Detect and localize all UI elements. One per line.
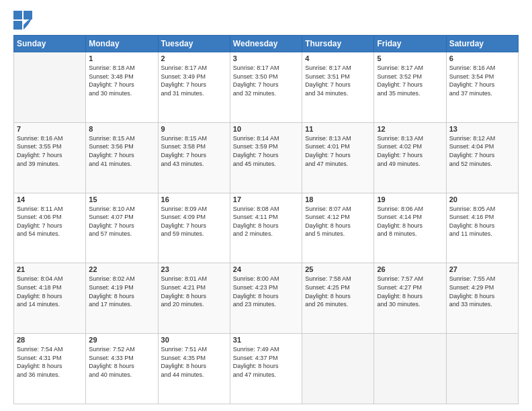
day-info: Sunrise: 8:17 AM Sunset: 3:49 PM Dayligh… [161,64,227,97]
day-number: 19 [377,195,443,203]
calendar-cell: 20Sunrise: 8:05 AM Sunset: 4:16 PM Dayli… [446,193,518,263]
day-info: Sunrise: 8:12 AM Sunset: 4:04 PM Dayligh… [449,134,515,168]
day-number: 15 [89,195,154,203]
day-number: 6 [449,54,515,62]
day-info: Sunrise: 8:06 AM Sunset: 4:14 PM Dayligh… [377,205,443,238]
day-info: Sunrise: 8:09 AM Sunset: 4:09 PM Dayligh… [161,205,227,238]
day-info: Sunrise: 7:54 AM Sunset: 4:31 PM Dayligh… [17,345,83,379]
weekday-header-thursday: Thursday [302,36,374,52]
day-info: Sunrise: 8:16 AM Sunset: 3:54 PM Dayligh… [449,64,515,97]
week-row-3: 14Sunrise: 8:11 AM Sunset: 4:06 PM Dayli… [14,193,519,263]
calendar-cell: 19Sunrise: 8:06 AM Sunset: 4:14 PM Dayli… [374,193,446,263]
day-info: Sunrise: 8:17 AM Sunset: 3:52 PM Dayligh… [377,64,443,97]
calendar-cell: 15Sunrise: 8:10 AM Sunset: 4:07 PM Dayli… [86,193,158,263]
day-number: 18 [305,195,371,203]
week-row-1: 1Sunrise: 8:18 AM Sunset: 3:48 PM Daylig… [14,52,519,123]
calendar-cell: 25Sunrise: 7:58 AM Sunset: 4:25 PM Dayli… [302,263,374,334]
day-info: Sunrise: 8:18 AM Sunset: 3:48 PM Dayligh… [89,64,154,97]
day-number: 20 [449,195,515,203]
week-row-5: 28Sunrise: 7:54 AM Sunset: 4:31 PM Dayli… [14,334,519,404]
day-info: Sunrise: 8:13 AM Sunset: 4:01 PM Dayligh… [305,134,371,168]
day-number: 28 [17,336,83,344]
day-info: Sunrise: 8:15 AM Sunset: 3:58 PM Dayligh… [161,134,227,168]
day-number: 7 [17,125,83,133]
calendar-cell: 14Sunrise: 8:11 AM Sunset: 4:06 PM Dayli… [14,193,86,263]
day-info: Sunrise: 8:13 AM Sunset: 4:02 PM Dayligh… [377,134,443,168]
day-info: Sunrise: 8:08 AM Sunset: 4:11 PM Dayligh… [233,205,299,238]
day-number: 5 [377,54,443,62]
day-info: Sunrise: 8:01 AM Sunset: 4:21 PM Dayligh… [161,275,227,308]
calendar-cell: 13Sunrise: 8:12 AM Sunset: 4:04 PM Dayli… [446,122,518,193]
day-number: 22 [89,265,154,273]
day-number: 9 [161,125,227,133]
calendar-cell [302,334,374,404]
weekday-header-monday: Monday [86,36,158,52]
calendar-cell [14,52,86,123]
calendar-cell: 11Sunrise: 8:13 AM Sunset: 4:01 PM Dayli… [302,122,374,193]
calendar-cell: 1Sunrise: 8:18 AM Sunset: 3:48 PM Daylig… [86,52,158,123]
day-number: 31 [233,336,299,344]
calendar-cell: 2Sunrise: 8:17 AM Sunset: 3:49 PM Daylig… [158,52,230,123]
day-number: 2 [161,54,227,62]
day-number: 3 [233,54,299,62]
day-number: 13 [449,125,515,133]
weekday-header-tuesday: Tuesday [158,36,230,52]
calendar-cell: 10Sunrise: 8:14 AM Sunset: 3:59 PM Dayli… [230,122,302,193]
day-info: Sunrise: 8:04 AM Sunset: 4:18 PM Dayligh… [17,275,83,308]
calendar-cell: 18Sunrise: 8:07 AM Sunset: 4:12 PM Dayli… [302,193,374,263]
calendar-cell: 16Sunrise: 8:09 AM Sunset: 4:09 PM Dayli… [158,193,230,263]
day-info: Sunrise: 8:11 AM Sunset: 4:06 PM Dayligh… [17,205,83,238]
logo-icon [13,11,32,30]
day-info: Sunrise: 7:51 AM Sunset: 4:35 PM Dayligh… [161,345,227,379]
day-number: 21 [17,265,83,273]
day-info: Sunrise: 8:15 AM Sunset: 3:56 PM Dayligh… [89,134,154,168]
day-number: 24 [233,265,299,273]
calendar-cell [446,334,518,404]
weekday-header-row: SundayMondayTuesdayWednesdayThursdayFrid… [14,36,519,52]
page: SundayMondayTuesdayWednesdayThursdayFrid… [0,0,532,411]
day-info: Sunrise: 8:17 AM Sunset: 3:50 PM Dayligh… [233,64,299,97]
svg-rect-1 [24,11,32,19]
calendar-cell: 22Sunrise: 8:02 AM Sunset: 4:19 PM Dayli… [86,263,158,334]
calendar-cell: 5Sunrise: 8:17 AM Sunset: 3:52 PM Daylig… [374,52,446,123]
week-row-4: 21Sunrise: 8:04 AM Sunset: 4:18 PM Dayli… [14,263,519,334]
svg-rect-0 [13,11,22,19]
weekday-header-wednesday: Wednesday [230,36,302,52]
day-number: 12 [377,125,443,133]
calendar-cell: 29Sunrise: 7:52 AM Sunset: 4:33 PM Dayli… [86,334,158,404]
calendar-cell: 24Sunrise: 8:00 AM Sunset: 4:23 PM Dayli… [230,263,302,334]
day-number: 1 [89,54,154,62]
day-number: 30 [161,336,227,344]
svg-rect-2 [13,21,22,30]
calendar-cell: 23Sunrise: 8:01 AM Sunset: 4:21 PM Dayli… [158,263,230,334]
calendar-cell: 27Sunrise: 7:55 AM Sunset: 4:29 PM Dayli… [446,263,518,334]
calendar-cell: 7Sunrise: 8:16 AM Sunset: 3:55 PM Daylig… [14,122,86,193]
day-info: Sunrise: 7:55 AM Sunset: 4:29 PM Dayligh… [449,275,515,308]
day-info: Sunrise: 8:07 AM Sunset: 4:12 PM Dayligh… [305,205,371,238]
weekday-header-friday: Friday [374,36,446,52]
day-number: 25 [305,265,371,273]
calendar-cell: 4Sunrise: 8:17 AM Sunset: 3:51 PM Daylig… [302,52,374,123]
calendar-cell: 30Sunrise: 7:51 AM Sunset: 4:35 PM Dayli… [158,334,230,404]
calendar-cell: 17Sunrise: 8:08 AM Sunset: 4:11 PM Dayli… [230,193,302,263]
day-info: Sunrise: 7:57 AM Sunset: 4:27 PM Dayligh… [377,275,443,308]
calendar: SundayMondayTuesdayWednesdayThursdayFrid… [13,35,519,404]
day-number: 17 [233,195,299,203]
day-number: 8 [89,125,154,133]
calendar-cell: 12Sunrise: 8:13 AM Sunset: 4:02 PM Dayli… [374,122,446,193]
header [13,11,519,30]
day-number: 10 [233,125,299,133]
calendar-cell: 28Sunrise: 7:54 AM Sunset: 4:31 PM Dayli… [14,334,86,404]
day-number: 23 [161,265,227,273]
day-info: Sunrise: 8:02 AM Sunset: 4:19 PM Dayligh… [89,275,154,308]
day-number: 11 [305,125,371,133]
day-info: Sunrise: 8:16 AM Sunset: 3:55 PM Dayligh… [17,134,83,168]
logo [13,11,35,30]
calendar-cell: 21Sunrise: 8:04 AM Sunset: 4:18 PM Dayli… [14,263,86,334]
calendar-cell: 3Sunrise: 8:17 AM Sunset: 3:50 PM Daylig… [230,52,302,123]
calendar-cell: 6Sunrise: 8:16 AM Sunset: 3:54 PM Daylig… [446,52,518,123]
weekday-header-saturday: Saturday [446,36,518,52]
weekday-header-sunday: Sunday [14,36,86,52]
week-row-2: 7Sunrise: 8:16 AM Sunset: 3:55 PM Daylig… [14,122,519,193]
calendar-cell: 9Sunrise: 8:15 AM Sunset: 3:58 PM Daylig… [158,122,230,193]
